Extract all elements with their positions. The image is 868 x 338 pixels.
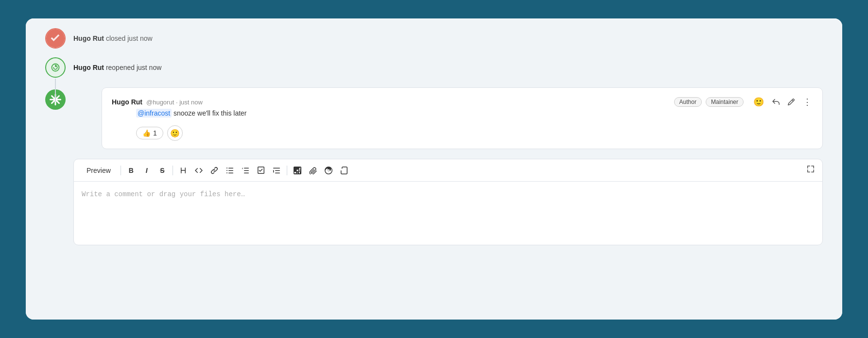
reaction-count: 1 [153,129,157,137]
comment-card-inner: Hugo Rut @hugorut · just now Author Main… [102,87,823,149]
comment-editor: Preview B I S [73,159,823,245]
bold-button[interactable]: B [124,164,139,177]
closed-icon [45,28,66,49]
comment-body: @infracost snooze we'll fix this later [136,108,813,118]
comment-handle-text: @hugorut [146,99,174,106]
strikethrough-icon: S [160,167,164,174]
comment-author-name: Hugo Rut [112,98,142,106]
comment-handle: @hugorut · just now [146,99,203,106]
reopen-event-user: Hugo Rut [73,64,104,71]
heading-button[interactable] [176,164,191,177]
mention-button[interactable] [321,164,336,177]
closed-event-user: Hugo Rut [73,34,104,42]
editor-body[interactable]: Write a comment or drag your files here… [74,182,822,245]
author-badge: Author [674,97,702,107]
code-button[interactable] [191,164,206,177]
comment-body-text: snooze we'll fix this later [172,109,246,117]
italic-icon: I [146,167,148,174]
comment-header-left: Hugo Rut @hugorut · just now [112,98,203,106]
table-button[interactable] [290,164,305,177]
comment-actions: 🙂 [752,96,813,108]
more-options-button[interactable]: ⋮ [802,96,813,108]
editor-toolbar: Preview B I S [74,159,822,182]
maintainer-badge: Maintainer [706,97,744,107]
thumbsup-reaction-button[interactable]: 👍 1 [136,127,163,139]
add-reaction-button[interactable]: 🙂 [167,125,183,141]
closed-event-action: closed just now [106,34,153,42]
comment-reactions: 👍 1 🙂 [136,125,813,141]
expand-editor-button[interactable] [805,163,816,177]
closed-event-text: Hugo Rut closed just now [73,34,153,42]
numbered-list-button[interactable] [238,164,253,177]
comment-section: Hugo Rut @hugorut · just now Author Main… [45,87,823,245]
comment-timestamp: just now [179,99,203,106]
link-button[interactable] [207,164,222,177]
bold-icon: B [129,167,134,174]
timeline-reopen-item: Hugo Rut reopened just now [45,57,823,78]
comment-header: Hugo Rut @hugorut · just now Author Main… [112,96,813,108]
mention-text[interactable]: @infracost [136,109,172,118]
emoji-reaction-button[interactable]: 🙂 [752,96,765,108]
content-area: Hugo Rut closed just now Hugo Rut reopen… [26,18,842,320]
reopened-icon [45,57,66,78]
edit-button[interactable] [786,97,796,107]
timeline-closed-item: Hugo Rut closed just now [45,28,823,49]
italic-button[interactable]: I [139,164,154,177]
toolbar-divider-2 [173,166,173,175]
task-list-button[interactable] [254,164,268,177]
blockquote-button[interactable] [269,164,284,177]
add-reaction-icon: 🙂 [170,129,180,138]
reply-button[interactable] [771,97,781,107]
bullet-list-button[interactable] [223,164,237,177]
attach-file-button[interactable] [306,164,320,177]
reopen-event-action: reopened just now [106,64,161,71]
snippet-button[interactable] [337,164,351,177]
reopen-event-text: Hugo Rut reopened just now [73,64,161,71]
preview-button[interactable]: Preview [80,165,118,176]
strikethrough-button[interactable]: S [155,164,170,177]
comment-header-right: Author Maintainer 🙂 [674,96,813,108]
comment-card: Hugo Rut @hugorut · just now Author Main… [73,87,823,245]
toolbar-divider-1 [121,166,121,175]
comment-badges: Author Maintainer [674,97,744,107]
thumbsup-emoji: 👍 [142,129,151,137]
main-container: Hugo Rut closed just now Hugo Rut reopen… [26,18,842,320]
toolbar-divider-3 [287,166,287,175]
editor-placeholder: Write a comment or drag your files here… [82,190,245,198]
